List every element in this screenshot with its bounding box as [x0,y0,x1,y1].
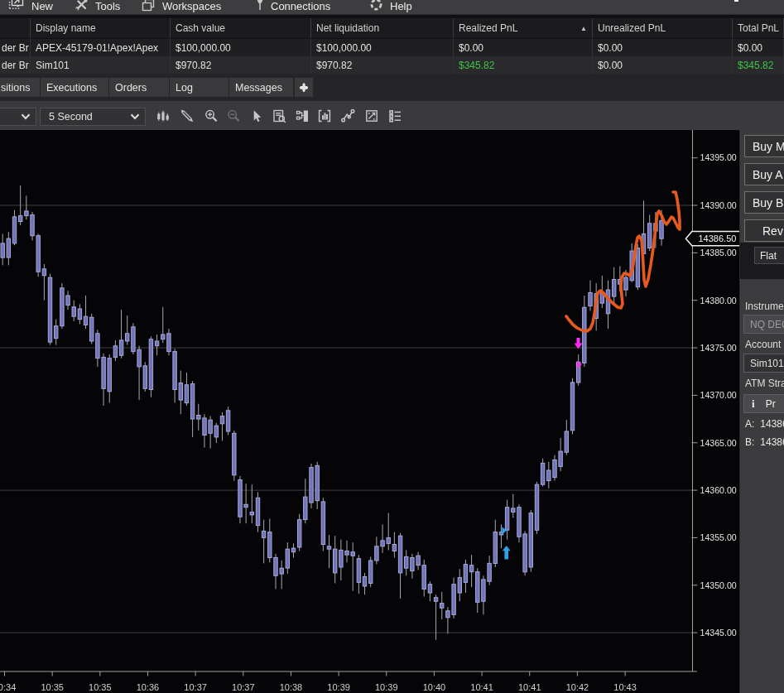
candle-body [36,236,40,272]
flatten-button[interactable]: Flat [754,247,784,264]
new-window-icon [8,0,25,13]
column-header-display[interactable]: Display name [31,18,171,38]
account-label: Account [745,339,781,350]
tab-label: sitions [1,82,30,94]
column-header-realized[interactable]: Realized PnL▲ [454,18,593,38]
candle-body [398,536,402,573]
candle-body [321,502,325,545]
toolbar-cursor-icon[interactable] [245,105,267,127]
tab-label: Log [176,82,193,94]
candle-body [512,508,515,513]
toolbar-chart-trader-icon[interactable] [291,105,313,127]
atm-info-label: Pr [755,398,776,410]
table-row[interactable]: der BrAPEX-45179-01!Apex!Apex$100,000.00… [0,39,784,57]
column-header-unrealized[interactable]: Unrealized PnL [593,18,733,38]
candle-body [143,366,147,389]
instrument-selector[interactable]: NQ DEC [743,315,784,334]
candle-body [339,550,343,567]
column-label: Cash value [176,22,225,34]
cell-display: Sim101 [31,56,171,74]
table-row[interactable]: der BrSim101$970.82$970.82$345.82$0.00$3… [0,56,784,74]
menu-item-workspaces[interactable]: Workspaces [141,0,221,15]
candle-body [167,334,171,352]
toolbar-pencil-icon[interactable] [176,105,198,127]
tab-Executions[interactable]: Executions [41,78,108,97]
buy-button-2[interactable]: Buy B [744,191,784,214]
candle-body [274,558,277,576]
price-tick-label: 14345.00 [700,628,737,638]
candle-body [190,384,194,419]
interval-combo[interactable]: 5 Second [40,108,146,126]
atm-strategy-label: ATM Stra [745,378,784,389]
column-label: Net liquidation [316,22,379,34]
tab-Log[interactable]: Log [170,78,228,97]
buy-button-1[interactable]: Buy A [744,163,784,185]
column-header-cash[interactable]: Cash value [171,18,311,38]
column-label: Unrealized PnL [598,22,666,34]
column-header-total[interactable]: Total PnL [733,18,784,38]
price-tick-label: 14370.00 [700,390,737,400]
menu-item-help[interactable]: Help [369,0,412,15]
candle-body [416,556,420,565]
account-value: Sim101 [750,358,784,369]
help-icon [369,0,383,14]
instrument-label: Instrume [745,301,784,312]
cell-realized: $345.82 [454,56,593,74]
candle-body [214,426,218,437]
candle-body [25,211,28,216]
tab-label: Orders [115,82,147,94]
tab-Messages[interactable]: Messages [229,78,293,97]
price-chart[interactable]: 14395.0014390.0014385.0014380.0014375.00… [0,130,739,693]
candle-body [345,551,349,556]
candle-body [84,316,87,325]
candle-body [428,585,431,593]
quote-value: 14386 [754,436,784,448]
account-selector[interactable]: Sim101 [743,354,784,373]
column-header-net[interactable]: Net liquidation [311,18,454,38]
toolbar-bar-type-icon[interactable] [152,105,174,127]
candle-body [78,309,81,320]
candle-body [119,340,123,355]
zoom-out-icon [226,108,241,123]
linked-combo[interactable] [0,108,36,126]
candle-body [238,480,242,517]
cell-net: $970.82 [311,56,454,74]
toolbar-indicator-panel-icon[interactable] [314,105,335,127]
chart-background [0,130,739,693]
atm-info-row[interactable]: iPr [743,394,784,413]
candle-body [517,508,521,537]
candle-body [203,418,206,436]
candle-body [304,497,307,520]
menu-item-tools[interactable]: Tools [75,0,120,15]
tab-sitions[interactable]: sitions [0,78,40,97]
flatten-button-label: Flat [760,250,777,262]
candle-body [529,513,532,567]
menu-item-connections[interactable]: Connections [256,0,330,15]
candle-body [42,269,46,276]
reverse-button[interactable]: Rev [744,219,784,242]
toolbar-strategy-icon[interactable] [361,105,382,127]
quote-row-bid: B:14386 [745,436,784,448]
quote-value: 14386 [754,418,784,430]
candle-body [256,498,259,525]
cell-unrealized: $0.00 [593,56,733,74]
candle-body [298,520,301,547]
tab-Orders[interactable]: Orders [109,78,169,97]
menu-bar: NewToolsWorkspacesConnectionsHelp [0,0,784,15]
tab-add[interactable]: + [295,78,313,97]
candle-body [535,484,538,530]
column-header-account[interactable] [0,18,31,38]
sort-ascending-icon: ▲ [580,25,587,32]
toolbar-data-box-icon[interactable] [268,105,290,127]
time-tick-label: 10:43 [613,682,637,692]
time-tick-label: 10:36 [137,682,160,692]
candle-body [583,307,586,363]
cell-total: $345.82 [733,56,784,74]
toolbar-zoom-in-icon[interactable] [200,105,222,127]
menu-item-new[interactable]: New [8,0,53,15]
candle-body [220,416,224,424]
buy-button-0[interactable]: Buy M [744,135,784,157]
candle-body [161,334,165,339]
toolbar-properties-list-icon[interactable] [384,105,406,127]
toolbar-drawing-line-icon[interactable] [337,105,358,127]
